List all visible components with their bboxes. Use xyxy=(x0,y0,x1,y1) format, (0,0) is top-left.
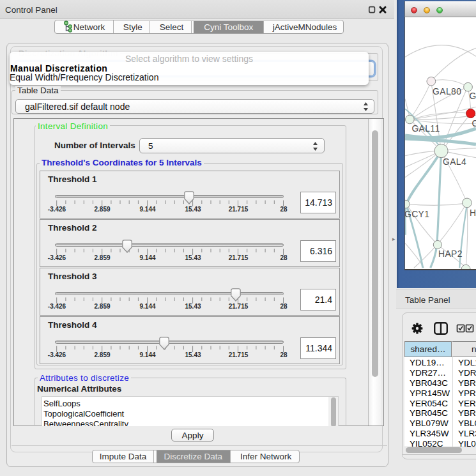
svg-text:G.: G. xyxy=(470,91,476,101)
svg-text:GCY1: GCY1 xyxy=(404,209,429,219)
svg-text:H: H xyxy=(470,208,476,218)
svg-text:C: C xyxy=(472,118,476,128)
svg-text:GAL11: GAL11 xyxy=(411,123,440,134)
svg-text:GAL80: GAL80 xyxy=(433,86,461,96)
svg-text:GAL4: GAL4 xyxy=(443,157,466,167)
svg-text:HAP2: HAP2 xyxy=(438,249,463,259)
